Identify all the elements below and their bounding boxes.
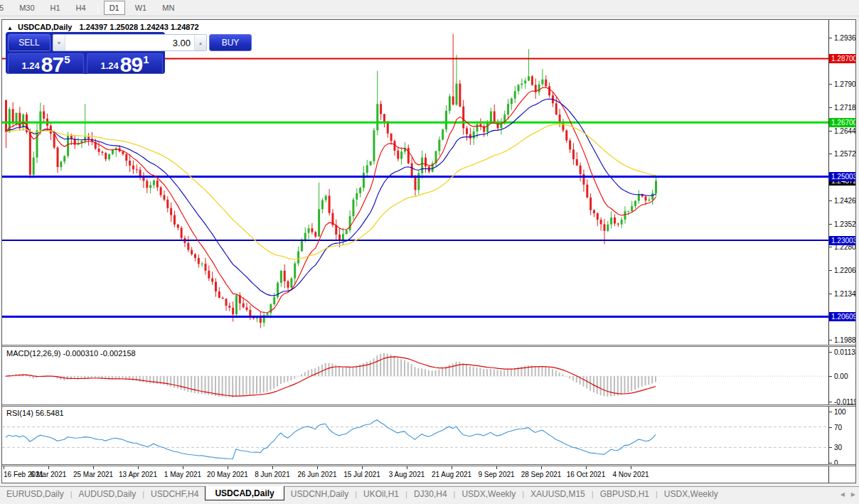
macd-histogram-bar <box>576 376 577 382</box>
candle-body <box>565 131 567 141</box>
rsi-pane[interactable]: 10070300 RSI(14) 56.5481 <box>2 407 855 464</box>
macd-histogram-bar <box>621 376 622 395</box>
candle-body <box>373 130 375 161</box>
tab-usdx-weekly[interactable]: USDX,Weekly <box>658 487 725 500</box>
candle-body <box>624 211 626 220</box>
macd-pane[interactable]: 0.011350.00-0.01190 MACD(12,26,9) -0.000… <box>2 347 855 404</box>
timeframe-button-mn[interactable]: MN <box>156 1 180 15</box>
price-axis-tick <box>829 131 832 132</box>
tab-xauusd-m15[interactable]: XAUUSD,M15 <box>524 487 592 500</box>
macd-histogram-bar <box>648 376 649 385</box>
tab-scroll-right-icon[interactable]: ▶ <box>851 491 855 498</box>
candle-body <box>174 215 176 225</box>
macd-histogram-bar <box>228 376 230 397</box>
date-axis-label: 26 Jun 2021 <box>297 471 336 478</box>
date-axis-tick <box>541 466 542 469</box>
rsi-axis-tick <box>829 412 832 412</box>
candle-body <box>531 76 533 85</box>
candle-body <box>33 158 35 175</box>
tab-ukoil-h1[interactable]: UKOil,H1 <box>357 487 405 500</box>
candle-body <box>39 112 41 131</box>
price-pane[interactable]: 1.293601.286401.279001.271801.264401.257… <box>2 20 855 345</box>
candle-body <box>462 107 464 129</box>
rsi-axis-label: 100 <box>834 408 846 416</box>
macd-histogram-bar <box>249 376 250 395</box>
macd-histogram-bar <box>617 376 619 395</box>
tab-scroll-left-icon[interactable]: ◀ <box>841 491 845 498</box>
macd-histogram-bar <box>634 376 636 390</box>
timeframe-button-5[interactable]: 5 <box>0 1 9 15</box>
price-axis-label: 1.27900 <box>834 80 855 88</box>
tab-scroll-arrows: ◀ ▶ <box>841 487 855 501</box>
buy-price-display[interactable]: 1.24 89 1 <box>87 53 163 74</box>
date-axis-corner-line <box>828 466 829 483</box>
macd-histogram-bar <box>273 376 274 389</box>
date-axis-label: 6 Mar 2021 <box>31 471 67 478</box>
candle-body <box>456 84 458 105</box>
macd-histogram-bar <box>393 356 395 376</box>
price-axis-label: 1.29360 <box>834 34 855 42</box>
candle-body <box>22 114 24 127</box>
candle-body <box>600 220 602 224</box>
candle-body <box>270 304 272 313</box>
tab-dj30-h4[interactable]: DJ30,H4 <box>407 487 454 500</box>
price-axis-label: 1.19880 <box>834 336 855 344</box>
candle-body <box>232 308 234 314</box>
collapse-panel-icon[interactable]: ▲ <box>7 25 13 31</box>
tab-audusd-daily[interactable]: AUDUSD,Daily <box>73 487 143 500</box>
candle-body <box>644 196 646 200</box>
macd-axis-label: 0.00 <box>834 372 848 380</box>
sell-button[interactable]: SELL <box>8 34 50 51</box>
ohlc-values: 1.24397 1.25028 1.24243 1.24872 <box>79 23 198 31</box>
volume-input[interactable] <box>65 35 194 50</box>
tab-usdcad-daily[interactable]: USDCAD,Daily <box>205 486 284 500</box>
rsi-canvas[interactable] <box>2 407 828 464</box>
candle-body <box>29 132 31 175</box>
candle-body <box>287 282 289 288</box>
candle-body <box>142 177 144 181</box>
macd-histogram-bar <box>222 376 223 397</box>
candle-body <box>246 307 248 310</box>
volume-decrease-button[interactable]: ▼ <box>53 35 65 50</box>
price-axis-label: 1.27180 <box>834 104 855 112</box>
buy-button[interactable]: BUY <box>209 34 252 51</box>
level-price-badge: 1.26700 <box>829 118 855 127</box>
date-axis-label: 8 Jun 2021 <box>255 471 290 478</box>
timeframe-button-h1[interactable]: H1 <box>45 1 66 15</box>
candle-body <box>651 193 653 200</box>
volume-increase-button[interactable]: ▲ <box>194 35 206 50</box>
candle-body <box>400 151 402 159</box>
candle-body <box>514 91 516 98</box>
timeframe-button-w1[interactable]: W1 <box>129 1 153 15</box>
macd-histogram-bar <box>541 366 543 376</box>
candle-body <box>105 153 107 159</box>
tab-usdx-weekly[interactable]: USDX,Weekly <box>455 487 522 500</box>
macd-histogram-bar <box>376 355 378 376</box>
macd-histogram-bar <box>607 376 608 397</box>
tab-gbpusd-h1[interactable]: GBPUSD,H1 <box>594 487 656 500</box>
date-axis-label: 15 Jul 2021 <box>343 471 380 478</box>
macd-histogram-bar <box>346 368 347 376</box>
level-price-badge: 1.25003 <box>829 172 855 181</box>
timeframe-button-m30[interactable]: M30 <box>14 1 40 15</box>
macd-histogram-bar <box>263 376 265 392</box>
date-axis-tick <box>496 466 497 469</box>
timeframe-button-h4[interactable]: H4 <box>70 1 92 15</box>
sell-price-display[interactable]: 1.24 87 5 <box>8 53 84 74</box>
rsi-axis-tick <box>829 463 832 463</box>
candle-body <box>166 200 169 208</box>
tab-usdchf-h4[interactable]: USDCHF,H4 <box>144 487 205 500</box>
candle-body <box>53 134 55 148</box>
candle-body <box>555 103 557 114</box>
macd-histogram-bar <box>301 374 302 376</box>
timeframe-button-d1[interactable]: D1 <box>104 1 125 15</box>
macd-histogram-bar <box>166 376 168 385</box>
tab-eurusd-daily[interactable]: EURUSD,Daily <box>0 487 70 500</box>
macd-histogram-bar <box>404 360 405 376</box>
candle-body <box>425 158 427 167</box>
candle-body <box>280 271 282 283</box>
candle-body <box>521 84 523 85</box>
date-axis-tick <box>4 466 4 469</box>
tab-usdcnh-daily[interactable]: USDCNH,Daily <box>284 487 355 500</box>
macd-histogram-bar <box>33 376 34 378</box>
